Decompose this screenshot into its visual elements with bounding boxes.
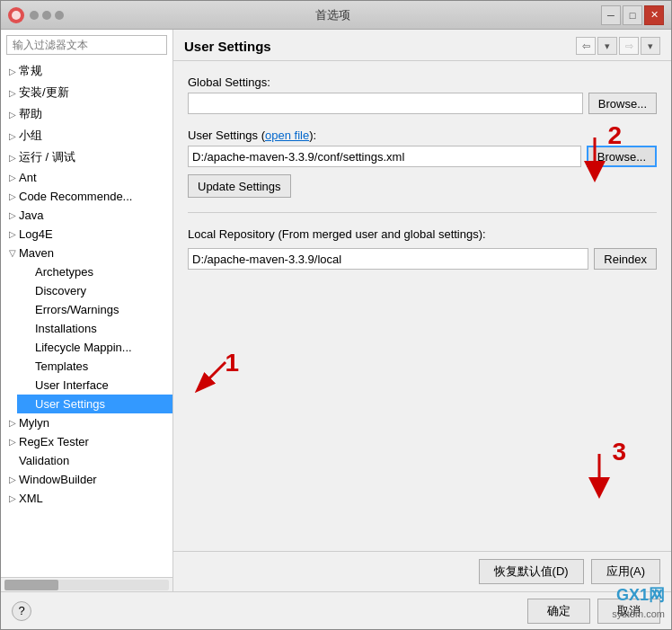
app-icon — [8, 7, 24, 23]
expand-arrow: ▷ — [6, 86, 19, 99]
panel-header: User Settings ⇦ ▾ ⇨ ▾ — [173, 30, 671, 61]
horizontal-scrollbar[interactable] — [4, 580, 169, 590]
update-settings-button[interactable]: Update Settings — [188, 174, 291, 198]
sidebar-item-label: Log4E — [19, 227, 53, 241]
sidebar-item-label: Java — [19, 209, 43, 222]
footer-left: ? — [12, 601, 31, 621]
local-repo-input[interactable] — [188, 248, 588, 270]
expand-arrow: ▽ — [6, 247, 19, 260]
title-bar-dots — [30, 11, 64, 20]
expand-arrow: ▷ — [6, 228, 19, 241]
sidebar-item-discovery[interactable]: Discovery — [17, 281, 172, 300]
sidebar-item-lifecycle-mapping[interactable]: Lifecycle Mappin... — [17, 338, 172, 357]
sidebar-item-regex-tester[interactable]: ▷ RegEx Tester — [1, 432, 172, 451]
close-button[interactable]: ✕ — [644, 5, 664, 25]
sidebar-item-label: 运行 / 调试 — [19, 149, 75, 165]
global-settings-label: Global Settings: — [188, 75, 657, 89]
sidebar-item-archetypes[interactable]: Archetypes — [17, 262, 172, 281]
expand-arrow: ▷ — [6, 191, 19, 203]
nav-forward-dropdown[interactable]: ▾ — [641, 37, 660, 55]
expand-arrow: ▷ — [6, 65, 19, 77]
confirm-button[interactable]: 确定 — [527, 599, 590, 624]
nav-back-button[interactable]: ⇦ — [576, 37, 596, 55]
open-file-link[interactable]: open file — [265, 129, 309, 142]
user-settings-input[interactable] — [188, 146, 581, 167]
sidebar-item-errors-warnings[interactable]: Errors/Warnings — [17, 300, 172, 319]
sidebar-item-user-settings[interactable]: User Settings — [17, 395, 172, 413]
spacer — [22, 398, 35, 411]
sidebar-item-window-builder[interactable]: ▷ WindowBuilder — [1, 470, 172, 489]
tree: ▷ 常规 ▷ 安装/更新 ▷ 帮助 ▷ 小组 ▷ 运行 / 调试 — [1, 60, 172, 577]
sidebar-item-label: Templates — [35, 359, 88, 373]
sidebar: ▷ 常规 ▷ 安装/更新 ▷ 帮助 ▷ 小组 ▷ 运行 / 调试 — [1, 30, 173, 591]
svg-point-0 — [12, 11, 21, 20]
local-repo-row: Reindex — [188, 248, 657, 270]
global-settings-input[interactable] — [188, 93, 583, 114]
nav-back-dropdown[interactable]: ▾ — [597, 37, 617, 55]
sidebar-item-installations[interactable]: Installations — [17, 319, 172, 338]
sidebar-item-mylyn[interactable]: ▷ Mylyn — [1, 413, 172, 432]
expand-arrow: ▷ — [6, 417, 19, 430]
sidebar-item-label: 安装/更新 — [19, 84, 69, 101]
sidebar-item-label: User Interface — [35, 378, 109, 392]
spacer — [22, 285, 35, 297]
sidebar-item-label: 小组 — [19, 128, 42, 144]
minimize-button[interactable]: ─ — [601, 5, 621, 25]
sidebar-item-label: 常规 — [19, 63, 42, 79]
sidebar-item-run-debug[interactable]: ▷ 运行 / 调试 — [1, 146, 172, 168]
reindex-button[interactable]: Reindex — [594, 248, 657, 270]
window-controls: ─ □ ✕ — [601, 5, 664, 25]
sidebar-item-group[interactable]: ▷ 小组 — [1, 125, 172, 146]
sidebar-item-label: Maven — [19, 246, 54, 260]
sidebar-item-xml[interactable]: ▷ XML — [1, 489, 172, 508]
sidebar-item-code-recommende[interactable]: ▷ Code Recommende... — [1, 187, 172, 206]
cancel-button[interactable]: 取消 — [597, 599, 660, 624]
sidebar-item-log4e[interactable]: ▷ Log4E — [1, 225, 172, 244]
sidebar-item-label: Discovery — [35, 284, 86, 297]
panel-nav: ⇦ ▾ ⇨ ▾ — [576, 37, 660, 55]
expand-arrow: ▷ — [6, 209, 19, 222]
maximize-button[interactable]: □ — [623, 5, 642, 25]
panel-title: User Settings — [184, 39, 271, 54]
sidebar-item-java[interactable]: ▷ Java — [1, 206, 172, 225]
expand-arrow: ▷ — [6, 108, 19, 120]
expand-arrow: ▷ — [6, 151, 19, 164]
user-browse-button[interactable]: Browse... — [587, 146, 657, 167]
user-settings-label-text: User Settings ( — [188, 129, 265, 142]
spacer — [22, 323, 35, 335]
sidebar-item-user-interface[interactable]: User Interface — [17, 376, 172, 395]
local-repo-section: Local Repository (From merged user and g… — [188, 227, 657, 270]
sidebar-item-help[interactable]: ▷ 帮助 — [1, 103, 172, 125]
spacer — [22, 360, 35, 373]
sidebar-item-label: Lifecycle Mappin... — [35, 341, 132, 354]
dot1 — [30, 11, 39, 20]
sidebar-item-ant[interactable]: ▷ Ant — [1, 168, 172, 187]
expand-arrow: ▷ — [6, 474, 19, 486]
filter-input[interactable] — [6, 35, 167, 55]
expand-arrow: ▷ — [6, 129, 19, 142]
spacer — [22, 304, 35, 316]
scrollbar-thumb — [4, 580, 58, 590]
global-settings-section: Global Settings: Browse... — [188, 75, 657, 114]
sidebar-item-changgui[interactable]: ▷ 常规 — [1, 60, 172, 82]
spacer — [22, 342, 35, 354]
spacer — [6, 455, 19, 467]
help-button[interactable]: ? — [12, 601, 31, 621]
panel-body: Global Settings: Browse... User Settings… — [173, 61, 671, 551]
restore-defaults-button[interactable]: 恢复默认值(D) — [479, 559, 584, 584]
global-browse-button[interactable]: Browse... — [588, 93, 657, 114]
sidebar-footer — [1, 577, 172, 591]
sidebar-item-templates[interactable]: Templates — [17, 357, 172, 376]
user-settings-label: User Settings (open file): — [188, 129, 657, 142]
sidebar-item-label: Code Recommende... — [19, 190, 132, 203]
dot2 — [42, 11, 51, 20]
expand-arrow: ▷ — [6, 492, 19, 505]
section-divider — [188, 212, 657, 213]
panel-footer: 恢复默认值(D) 应用(A) — [173, 551, 671, 591]
sidebar-item-install-update[interactable]: ▷ 安装/更新 — [1, 82, 172, 103]
nav-forward-button[interactable]: ⇨ — [619, 37, 639, 55]
sidebar-item-validation[interactable]: Validation — [1, 451, 172, 470]
apply-button[interactable]: 应用(A) — [591, 559, 660, 584]
sidebar-item-maven[interactable]: ▽ Maven — [1, 244, 172, 262]
sidebar-item-label: Errors/Warnings — [35, 303, 119, 316]
